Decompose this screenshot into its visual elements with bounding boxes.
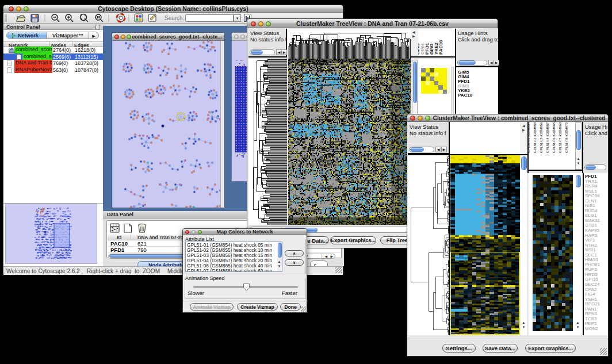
svg-text:Search:: Search: <box>165 15 184 21</box>
